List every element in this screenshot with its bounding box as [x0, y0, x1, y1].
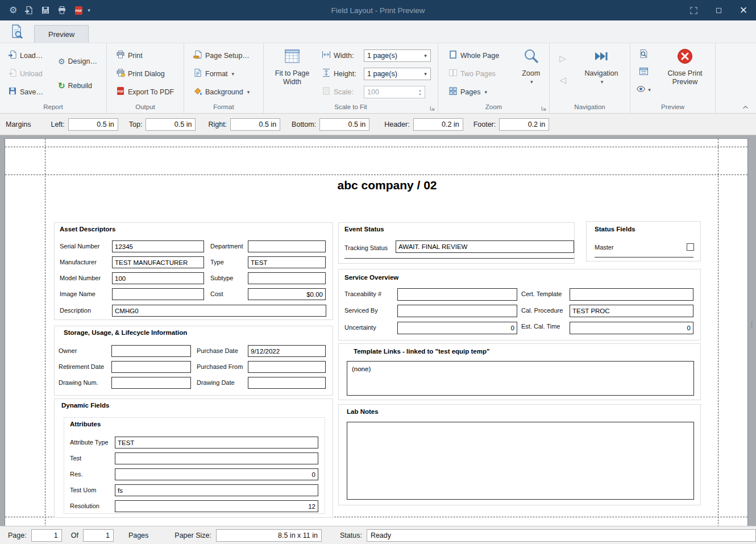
whole-page-button[interactable]: Whole Page: [445, 48, 507, 63]
scale-spinner-arrows-icon[interactable]: ▴▾: [416, 88, 425, 96]
next-page-arrow-button[interactable]: ▷: [555, 51, 570, 66]
margin-bottom-input[interactable]: 0.5 in: [319, 118, 369, 131]
width-value: 1 page(s): [367, 52, 397, 60]
fit-to-page-width-label: Fit to Page Width: [272, 69, 313, 86]
margin-footer-field: Footer: 0.2 in: [473, 118, 550, 131]
drawing-num-label: Drawing Num.: [59, 379, 98, 386]
group-label-scale-to-fit: Scale to Fit: [264, 102, 438, 113]
search-document-button[interactable]: [636, 48, 651, 61]
group-label-navigation: Navigation: [550, 102, 630, 113]
export-to-pdf-button[interactable]: PDF Export To PDF: [113, 84, 177, 99]
watermark-visibility-button[interactable]: ▾: [636, 83, 651, 97]
purchase-date-value: 9/12/2022: [248, 345, 326, 357]
parameters-list-button[interactable]: [636, 65, 651, 79]
close-window-button[interactable]: ×: [731, 0, 756, 20]
eye-caret-icon: ▾: [648, 87, 651, 93]
previous-page-arrow-button[interactable]: ◁: [555, 73, 570, 88]
page-setup-button[interactable]: Page Setup…: [190, 48, 253, 63]
print-dialog-button[interactable]: Print Dialog: [113, 66, 177, 81]
section-lab-notes: Lab Notes: [338, 404, 701, 505]
subsection-attributes: Attributes Attribute Type TEST Test Res.…: [64, 417, 325, 514]
margin-bottom-field: Bottom: 0.5 in: [292, 118, 369, 131]
ribbon-group-format: Page Setup… Format ▾ Background ▾ Format: [184, 43, 264, 113]
format-button[interactable]: Format ▾: [190, 66, 253, 81]
fit-to-page-width-button[interactable]: Fit to Page Width: [272, 43, 313, 102]
maximize-button[interactable]: [706, 0, 731, 20]
margin-right-input[interactable]: 0.5 in: [230, 118, 280, 131]
ribbon-tab-row: Preview: [0, 20, 756, 43]
load-button[interactable]: Load…: [5, 48, 50, 63]
margin-footer-input[interactable]: 0.2 in: [499, 118, 549, 131]
paper-size-label: Paper Size:: [175, 531, 211, 539]
print-button[interactable]: Print: [113, 48, 177, 63]
rebuild-label: Rebuild: [68, 82, 92, 90]
pdf-dropdown-caret-icon[interactable]: ▾: [88, 7, 90, 13]
width-caret-icon[interactable]: ▾: [421, 50, 430, 61]
page-label: Page:: [8, 531, 27, 539]
ribbon-group-scale-to-fit: Fit to Page Width Width: 1 page(s) ▾ Hei…: [264, 43, 438, 113]
save-button[interactable]: Save…: [5, 84, 50, 99]
side-panel-grip[interactable]: ⋮: [748, 323, 755, 326]
drawing-date-value: [248, 377, 326, 389]
document-magnifier-icon: [9, 24, 24, 40]
previous-arrow-icon: ◁: [559, 75, 566, 85]
pages-label: Pages: [128, 531, 148, 539]
ribbon-group-zoom: Whole Page Two Pages Pages ▾ Zoom ▾ Zoom: [438, 43, 550, 113]
height-combobox[interactable]: 1 page(s) ▾: [364, 68, 431, 80]
collapse-ribbon-button[interactable]: [739, 102, 751, 111]
pages-button[interactable]: Pages ▾: [445, 84, 507, 99]
quick-access-toolbar: ⚙ PDF ▾: [0, 6, 90, 15]
save-icon[interactable]: [41, 6, 50, 15]
top-margin-guide: [5, 175, 747, 175]
pdf-icon[interactable]: PDF: [74, 6, 84, 15]
tracking-status-value: AWAIT. FINAL REVIEW: [396, 240, 574, 253]
tracking-status-label: Tracking Status: [344, 244, 388, 251]
width-icon: [322, 50, 331, 61]
margin-header-label: Header:: [384, 121, 409, 128]
two-pages-button[interactable]: Two Pages: [445, 66, 507, 81]
fullscreen-toggle-button[interactable]: [681, 0, 706, 20]
report-page[interactable]: abc company / 02 Asset Descriptors Seria…: [5, 138, 748, 526]
window-controls: ×: [681, 0, 756, 20]
design-button[interactable]: ⚙ Design…: [55, 53, 101, 69]
width-combobox[interactable]: 1 page(s) ▾: [364, 49, 431, 62]
margin-left-input[interactable]: 0.5 in: [68, 118, 118, 131]
page-number-input[interactable]: 1: [31, 529, 62, 542]
ribbon-group-report: Load… Unload Save… ⚙ Design… ↻ R: [0, 43, 107, 113]
type-value: TEST: [248, 256, 326, 268]
width-label: Width:: [334, 52, 361, 60]
scale-spinner[interactable]: 100 ▴▾: [364, 86, 425, 98]
print-icon[interactable]: [57, 6, 67, 15]
close-print-preview-label: Close Print Preview: [659, 69, 711, 86]
print-preview-app-button[interactable]: [0, 21, 33, 43]
margin-header-field: Header: 0.2 in: [384, 118, 463, 131]
margin-header-input[interactable]: 0.2 in: [413, 118, 463, 131]
load-report-icon[interactable]: [24, 6, 34, 15]
margins-title: Margins: [6, 121, 31, 128]
ribbon-group-output: Print Print Dialog PDF Export To PDF Out…: [107, 43, 184, 113]
print-preview-canvas: abc company / 02 Asset Descriptors Seria…: [0, 135, 756, 526]
margin-top-input[interactable]: 0.5 in: [146, 118, 196, 131]
zoom-button[interactable]: Zoom ▾: [513, 43, 549, 102]
scale-to-fit-dialog-launcher[interactable]: [428, 104, 436, 112]
load-icon: [8, 50, 17, 61]
settings-gear-icon[interactable]: ⚙: [9, 6, 17, 15]
page-setup-label: Page Setup…: [205, 52, 250, 60]
subtype-label: Subtype: [210, 275, 233, 281]
height-caret-icon[interactable]: ▾: [421, 68, 430, 80]
unload-button[interactable]: Unload: [5, 66, 50, 81]
tab-preview[interactable]: Preview: [34, 25, 89, 43]
tab-preview-label: Preview: [48, 30, 74, 39]
rebuild-button[interactable]: ↻ Rebuild: [55, 78, 101, 93]
navigation-button[interactable]: Navigation ▾: [577, 43, 626, 102]
zoom-caret-icon: ▾: [530, 78, 533, 86]
background-button[interactable]: Background ▾: [190, 84, 253, 99]
height-icon: [322, 68, 331, 79]
unload-label: Unload: [20, 70, 43, 78]
zoom-dialog-launcher[interactable]: [539, 104, 547, 112]
image-name-label: Image Name: [60, 290, 95, 297]
group-label-format: Format: [184, 102, 263, 113]
traceability-value: [397, 288, 517, 301]
scale-icon: [322, 86, 331, 97]
close-print-preview-button[interactable]: Close Print Preview: [659, 43, 711, 102]
